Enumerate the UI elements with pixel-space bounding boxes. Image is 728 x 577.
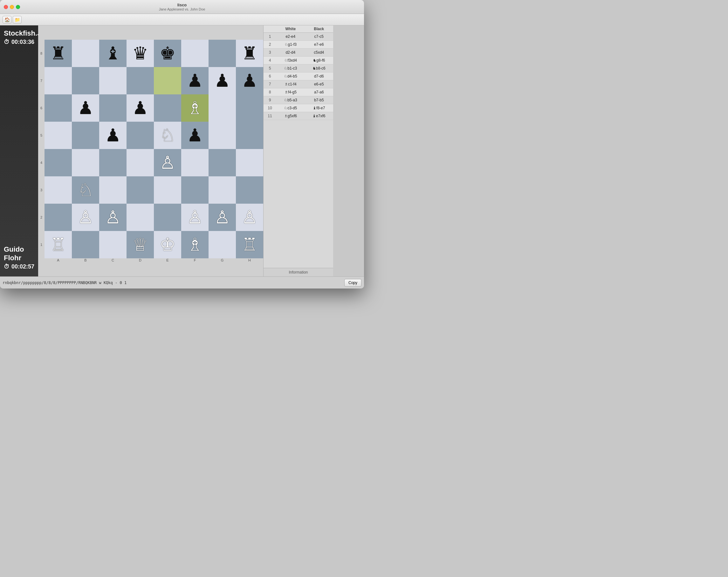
square-f3[interactable] bbox=[181, 176, 209, 204]
square-f1[interactable]: ♗ bbox=[181, 231, 209, 258]
square-c2[interactable]: ♙ bbox=[99, 204, 127, 231]
square-h2[interactable]: ♙ bbox=[236, 204, 263, 231]
square-a1[interactable]: ♖ bbox=[45, 231, 72, 258]
minimize-button[interactable] bbox=[10, 5, 14, 9]
square-h3[interactable] bbox=[236, 176, 263, 204]
square-f8[interactable] bbox=[181, 40, 209, 67]
move-white-1[interactable]: e2-e4 bbox=[276, 34, 305, 39]
square-c4[interactable] bbox=[99, 149, 127, 176]
square-e4[interactable]: ♙ bbox=[154, 149, 181, 176]
square-f4[interactable] bbox=[181, 149, 209, 176]
move-white-5[interactable]: ♘b1-c3 bbox=[276, 65, 305, 71]
square-c7[interactable] bbox=[99, 67, 127, 94]
move-white-9[interactable]: ♘b5-a3 bbox=[276, 97, 305, 103]
square-b3[interactable]: ♘ bbox=[72, 176, 99, 204]
square-b4[interactable] bbox=[72, 149, 99, 176]
square-a2[interactable] bbox=[45, 204, 72, 231]
square-e1[interactable]: ♔ bbox=[154, 231, 181, 258]
square-d4[interactable] bbox=[127, 149, 154, 176]
square-g5[interactable] bbox=[209, 122, 236, 149]
square-f6[interactable]: ♗ bbox=[181, 94, 209, 122]
square-g1[interactable] bbox=[209, 231, 236, 258]
square-g8[interactable] bbox=[209, 40, 236, 67]
move-row-11[interactable]: 11 ♗g5xf6 ♝e7xf6 bbox=[263, 112, 333, 120]
move-white-3[interactable]: d2-d4 bbox=[276, 50, 305, 55]
square-c6[interactable] bbox=[99, 94, 127, 122]
move-white-2[interactable]: ♘g1-f3 bbox=[276, 42, 305, 47]
square-d7[interactable] bbox=[127, 67, 154, 94]
square-a4[interactable] bbox=[45, 149, 72, 176]
move-black-3[interactable]: c5xd4 bbox=[305, 50, 334, 55]
square-h4[interactable] bbox=[236, 149, 263, 176]
square-e5[interactable]: ♘ bbox=[154, 122, 181, 149]
move-black-11[interactable]: ♝e7xf6 bbox=[305, 113, 334, 119]
square-c8[interactable]: ♝ bbox=[99, 40, 127, 67]
square-g7[interactable]: ♟ bbox=[209, 67, 236, 94]
square-b6[interactable]: ♟ bbox=[72, 94, 99, 122]
square-h1[interactable]: ♖ bbox=[236, 231, 263, 258]
square-d5[interactable] bbox=[127, 122, 154, 149]
square-c5[interactable]: ♟ bbox=[99, 122, 127, 149]
move-row-5[interactable]: 5 ♘b1-c3 ♞b8-c6 bbox=[263, 64, 333, 73]
move-row-4[interactable]: 4 ♘f3xd4 ♞g8-f6 bbox=[263, 57, 333, 64]
square-f5[interactable]: ♟ bbox=[181, 122, 209, 149]
square-d1[interactable]: ♕ bbox=[127, 231, 154, 258]
move-black-9[interactable]: b7-b5 bbox=[305, 97, 334, 103]
square-d6[interactable]: ♟ bbox=[127, 94, 154, 122]
square-c3[interactable] bbox=[99, 176, 127, 204]
square-f2[interactable]: ♙ bbox=[181, 204, 209, 231]
move-row-8[interactable]: 8 ♗f4-g5 a7-a6 bbox=[263, 88, 333, 96]
move-black-10[interactable]: ♝f8-e7 bbox=[305, 105, 334, 111]
home-button[interactable]: 🏠 bbox=[3, 16, 11, 24]
square-e7[interactable] bbox=[154, 67, 181, 94]
move-black-5[interactable]: ♞b8-c6 bbox=[305, 65, 334, 71]
move-white-4[interactable]: ♘f3xd4 bbox=[276, 57, 305, 63]
traffic-lights[interactable] bbox=[4, 5, 20, 9]
square-h7[interactable]: ♟ bbox=[236, 67, 263, 94]
folder-button[interactable]: 📁 bbox=[13, 16, 22, 24]
square-g6[interactable] bbox=[209, 94, 236, 122]
square-a8[interactable]: ♜ bbox=[45, 40, 72, 67]
square-b5[interactable] bbox=[72, 122, 99, 149]
square-e2[interactable] bbox=[154, 204, 181, 231]
move-white-11[interactable]: ♗g5xf6 bbox=[276, 113, 305, 119]
move-white-7[interactable]: ♗c1-f4 bbox=[276, 81, 305, 87]
move-row-6[interactable]: 6 ♘d4-b5 d7-d6 bbox=[263, 73, 333, 80]
square-b7[interactable] bbox=[72, 67, 99, 94]
square-g2[interactable]: ♙ bbox=[209, 204, 236, 231]
move-white-6[interactable]: ♘d4-b5 bbox=[276, 74, 305, 79]
move-black-2[interactable]: e7-e6 bbox=[305, 42, 334, 47]
square-e3[interactable] bbox=[154, 176, 181, 204]
square-a5[interactable] bbox=[45, 122, 72, 149]
square-h8[interactable]: ♜ bbox=[236, 40, 263, 67]
square-h6[interactable] bbox=[236, 94, 263, 122]
move-row-3[interactable]: 3 d2-d4 c5xd4 bbox=[263, 49, 333, 57]
square-a3[interactable] bbox=[45, 176, 72, 204]
copy-button[interactable]: Copy bbox=[344, 279, 361, 286]
move-black-8[interactable]: a7-a6 bbox=[305, 89, 334, 95]
square-c1[interactable] bbox=[99, 231, 127, 258]
square-g4[interactable] bbox=[209, 149, 236, 176]
square-b8[interactable] bbox=[72, 40, 99, 67]
move-black-7[interactable]: e6-e5 bbox=[305, 81, 334, 87]
square-h5[interactable] bbox=[236, 122, 263, 149]
move-black-4[interactable]: ♞g8-f6 bbox=[305, 57, 334, 63]
square-a6[interactable] bbox=[45, 94, 72, 122]
move-row-10[interactable]: 10 ♘c3-d5 ♝f8-e7 bbox=[263, 104, 333, 112]
move-white-8[interactable]: ♗f4-g5 bbox=[276, 89, 305, 95]
square-d2[interactable] bbox=[127, 204, 154, 231]
move-white-10[interactable]: ♘c3-d5 bbox=[276, 105, 305, 111]
move-row-1[interactable]: 1 e2-e4 c7-c5 bbox=[263, 33, 333, 41]
square-e8[interactable]: ♚ bbox=[154, 40, 181, 67]
move-row-9[interactable]: 9 ♘b5-a3 b7-b5 bbox=[263, 96, 333, 104]
move-black-6[interactable]: d7-d6 bbox=[305, 74, 334, 79]
move-row-7[interactable]: 7 ♗c1-f4 e6-e5 bbox=[263, 80, 333, 88]
square-g3[interactable] bbox=[209, 176, 236, 204]
square-b2[interactable]: ♙ bbox=[72, 204, 99, 231]
move-black-1[interactable]: c7-c5 bbox=[305, 34, 334, 39]
square-e6[interactable] bbox=[154, 94, 181, 122]
move-row-2[interactable]: 2 ♘g1-f3 e7-e6 bbox=[263, 41, 333, 49]
maximize-button[interactable] bbox=[16, 5, 20, 9]
close-button[interactable] bbox=[4, 5, 8, 9]
square-d3[interactable] bbox=[127, 176, 154, 204]
